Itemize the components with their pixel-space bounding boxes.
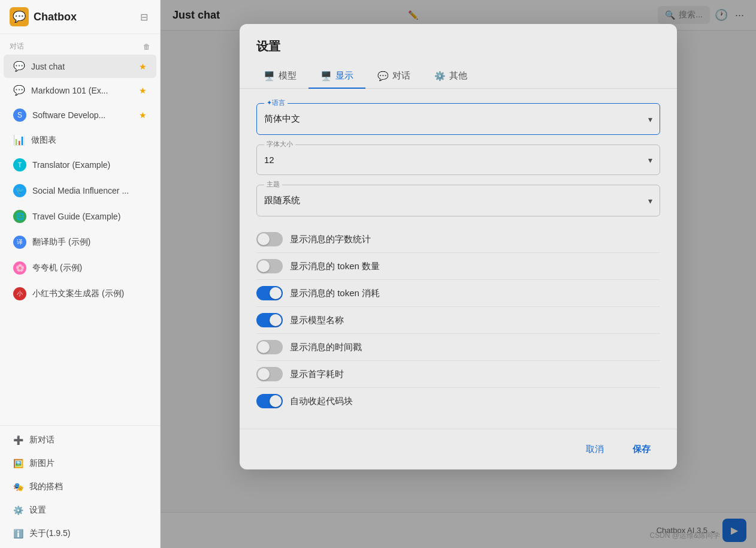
chat-icon: 💬 [13,61,25,72]
gear-icon: ⚙️ [13,505,23,515]
settings-modal: 设置 🖥️ 模型 🖥️ 显示 💬 对话 ⚙️ 其他 [240,24,677,469]
my-assistant-label: 我的搭档 [29,481,63,492]
my-assistant-button[interactable]: 🎭 我的搭档 [4,475,156,498]
sidebar-item-label: Travel Guide (Example) [32,212,147,221]
language-fieldset: ✦语言 简体中文 ▾ [256,103,660,135]
sidebar-item-praise[interactable]: 🌸 夸夸机 (示例) [4,255,156,281]
toggle-knob [258,260,270,272]
sidebar-item-social[interactable]: 🐦 Social Media Influencer ... [4,178,156,203]
app-icon: 💬 [10,7,29,26]
sidebar-item-label: 翻译助手 (示例) [32,237,147,248]
avatar: 🐦 [13,184,26,197]
info-icon: ℹ️ [13,529,23,538]
tab-other[interactable]: ⚙️ 其他 [422,64,479,89]
toggle-row-first-token: 显示首字耗时 [256,361,660,388]
settings-button[interactable]: ⚙️ 设置 [4,499,156,522]
toggle-word-count[interactable] [256,232,283,246]
toggle-first-token[interactable] [256,367,283,381]
sidebar-item-xiaohongshu[interactable]: 小 小红书文案生成器 (示例) [4,281,156,306]
app-title: Chatbox [34,11,77,23]
sidebar-item-label: Software Develop... [32,110,133,120]
model-tab-icon: 🖥️ [264,71,275,82]
toggle-label-token-count: 显示消息的 token 数量 [290,261,380,272]
tab-model[interactable]: 🖥️ 模型 [252,64,309,89]
toggle-row-timestamp: 显示消息的时间戳 [256,334,660,361]
sidebar-item-chart[interactable]: 📊 做图表 [4,128,156,152]
settings-label: 设置 [29,505,46,516]
sidebar-header: 💬 Chatbox ⊟ [0,0,160,34]
toggle-label-first-token: 显示首字耗时 [290,369,344,380]
toggle-label-auto-collapse: 自动收起代码块 [290,396,353,407]
sidebar-section: 对话 🗑 [0,34,160,54]
toggle-row-token-count: 显示消息的 token 数量 [256,253,660,280]
sidebar-item-translator[interactable]: T Translator (Example) [4,152,156,177]
language-label: ✦语言 [264,98,288,107]
modal-title: 设置 [256,38,660,55]
sidebar-item-travel[interactable]: 🌐 Travel Guide (Example) [4,204,156,229]
avatar: 小 [13,287,26,300]
avatar: T [13,158,26,171]
fontsize-fieldset: 字体大小 12 ▾ [256,144,660,175]
modal-footer: 取消 保存 [240,429,677,469]
save-button[interactable]: 保存 [623,439,660,460]
star-icon: ★ [139,86,147,95]
sidebar-item-just-chat[interactable]: 💬 Just chat ★ [4,55,156,78]
plus-icon: ➕ [13,435,23,445]
sidebar-collapse-button[interactable]: ⊟ [138,9,150,25]
language-value: 简体中文 [264,111,648,127]
theme-select[interactable]: 跟随系统 ▾ [264,188,652,209]
toggle-label-model-name: 显示模型名称 [290,315,344,326]
assistant-icon: 🎭 [13,482,23,492]
language-select[interactable]: 简体中文 ▾ [264,106,652,127]
toggle-knob [258,368,270,380]
chat-tab-icon: 💬 [377,71,389,82]
sidebar-item-label: Social Media Influencer ... [32,186,147,195]
tab-model-label: 模型 [279,70,297,82]
sidebar-bottom: ➕ 新对话 🖼️ 新图片 🎭 我的搭档 ⚙️ 设置 ℹ️ 关于(1.9.5) [0,425,160,548]
toggle-row-token-usage: 显示消息的 token 消耗 [256,280,660,307]
chevron-down-icon: ▾ [648,115,652,124]
toggle-knob [270,314,282,326]
sidebar-item-label: 小红书文案生成器 (示例) [32,288,147,299]
sidebar-item-label: 做图表 [31,135,147,146]
fontsize-value: 12 [264,152,648,167]
avatar: 🌐 [13,210,26,223]
chevron-down-icon: ▾ [648,155,652,165]
tab-other-label: 其他 [449,70,467,82]
tab-display-label: 显示 [335,70,353,82]
sidebar-items: 💬 Just chat ★ 💬 Markdown 101 (Ex... ★ S … [0,54,160,425]
toggle-knob [258,233,270,245]
avatar: S [13,109,26,122]
theme-value: 跟随系统 [264,192,648,209]
toggle-auto-collapse[interactable] [256,394,283,408]
tab-chat[interactable]: 💬 对话 [365,64,422,89]
other-tab-icon: ⚙️ [434,71,446,82]
toggle-knob [270,287,282,299]
chat-icon: 💬 [13,85,25,96]
toggle-token-count[interactable] [256,259,283,273]
tab-display[interactable]: 🖥️ 显示 [309,64,365,89]
sidebar-item-translate-zh[interactable]: 译 翻译助手 (示例) [4,230,156,255]
sidebar-item-label: Markdown 101 (Ex... [31,86,133,95]
new-image-button[interactable]: 🖼️ 新图片 [4,452,156,475]
avatar: 🌸 [13,261,26,275]
toggle-row-model-name: 显示模型名称 [256,307,660,334]
cancel-button[interactable]: 取消 [576,439,613,460]
sidebar-item-label: Just chat [31,62,133,71]
tab-chat-label: 对话 [392,70,410,82]
sidebar-item-software[interactable]: S Software Develop... ★ [4,103,156,128]
toggle-label-timestamp: 显示消息的时间戳 [290,342,362,353]
about-label: 关于(1.9.5) [29,528,70,539]
star-icon: ★ [139,62,147,71]
new-chat-button[interactable]: ➕ 新对话 [4,429,156,451]
toggle-timestamp[interactable] [256,340,283,354]
toggle-model-name[interactable] [256,313,283,327]
fontsize-label: 字体大小 [264,140,295,149]
about-button[interactable]: ℹ️ 关于(1.9.5) [4,522,156,545]
toggle-row-auto-collapse: 自动收起代码块 [256,388,660,414]
sidebar-item-markdown[interactable]: 💬 Markdown 101 (Ex... ★ [4,79,156,102]
modal-body: ✦语言 简体中文 ▾ 字体大小 12 ▾ 主题 [240,89,677,429]
theme-label: 主题 [264,180,282,189]
fontsize-select[interactable]: 12 ▾ [264,147,652,167]
toggle-token-usage[interactable] [256,286,283,300]
